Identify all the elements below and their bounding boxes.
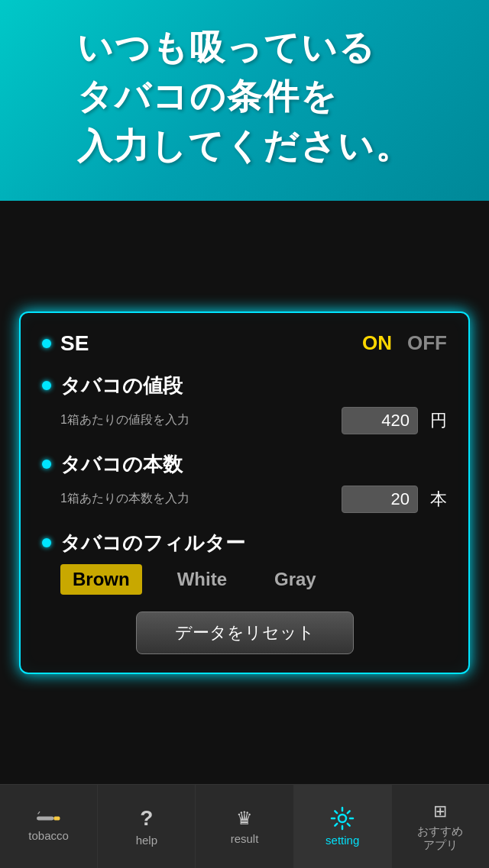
reset-button[interactable]: データをリセット (136, 611, 354, 654)
nav-setting-label: setting (325, 834, 359, 847)
nav-help[interactable]: ? help (98, 785, 196, 868)
nav-setting[interactable]: setting (294, 785, 392, 868)
price-bullet (42, 381, 51, 390)
se-row: SE ON OFF (42, 331, 447, 356)
price-subtitle-row: 1箱あたりの値段を入力 円 (42, 407, 447, 434)
se-on-button[interactable]: ON (362, 331, 392, 355)
se-bullet (42, 339, 51, 348)
help-icon: ? (140, 806, 153, 831)
nav-result[interactable]: ♛ result (196, 785, 293, 868)
filter-bullet (42, 538, 51, 547)
count-subtitle: 1箱あたりの本数を入力 (60, 491, 334, 507)
filter-title: タバコのフィルター (60, 530, 245, 557)
nav-help-label: help (136, 834, 157, 847)
nav-result-label: result (231, 832, 259, 846)
se-label: SE (60, 331, 362, 356)
price-title: タバコの値段 (60, 373, 183, 399)
recommended-icon: ⊞ (433, 802, 447, 821)
price-unit: 円 (430, 409, 447, 432)
nav-tobacco-label: tobacco (28, 829, 69, 843)
header-line1: いつも吸っている (77, 23, 412, 72)
svg-line-2 (37, 812, 39, 814)
tobacco-icon (37, 811, 61, 826)
header-line2: タバコの条件を (77, 72, 412, 121)
nav-tobacco[interactable]: tobacco (0, 785, 98, 868)
count-unit: 本 (430, 488, 447, 511)
price-subtitle: 1箱あたりの値段を入力 (60, 412, 334, 428)
header-section: いつも吸っている タバコの条件を 入力してください。 (0, 0, 489, 201)
price-input[interactable] (342, 407, 418, 434)
count-row: タバコの本数 1箱あたりの本数を入力 本 (42, 451, 447, 513)
price-header: タバコの値段 (42, 373, 447, 399)
svg-rect-0 (37, 816, 53, 820)
filter-header: タバコのフィルター (42, 530, 447, 557)
svg-point-3 (338, 815, 346, 822)
filter-options: Brown White Gray (42, 564, 447, 595)
nav-recommended-label: おすすめ アプリ (417, 824, 463, 852)
filter-gray[interactable]: Gray (262, 564, 329, 595)
filter-white[interactable]: White (165, 564, 239, 595)
settings-panel: SE ON OFF タバコの値段 1箱あたりの値段を入力 円 タバコの本数 1箱 (19, 311, 470, 674)
count-input[interactable] (342, 486, 418, 513)
header-text: いつも吸っている タバコの条件を 入力してください。 (77, 23, 412, 170)
count-header: タバコの本数 (42, 451, 447, 478)
result-icon: ♛ (236, 808, 253, 829)
filter-brown[interactable]: Brown (60, 564, 142, 595)
nav-recommended[interactable]: ⊞ おすすめ アプリ (392, 785, 489, 868)
count-title: タバコの本数 (60, 451, 183, 478)
count-subtitle-row: 1箱あたりの本数を入力 本 (42, 486, 447, 513)
header-line3: 入力してください。 (77, 121, 412, 170)
reset-btn-row: データをリセット (42, 611, 447, 654)
setting-icon (330, 806, 355, 831)
se-off-button[interactable]: OFF (407, 331, 447, 355)
price-row: タバコの値段 1箱あたりの値段を入力 円 (42, 373, 447, 434)
svg-rect-1 (53, 816, 60, 820)
filter-row: タバコのフィルター Brown White Gray (42, 530, 447, 595)
main-content: SE ON OFF タバコの値段 1箱あたりの値段を入力 円 タバコの本数 1箱 (0, 201, 489, 784)
bottom-nav: tobacco ? help ♛ result setting ⊞ おすすめ ア… (0, 784, 489, 868)
count-bullet (42, 460, 51, 469)
